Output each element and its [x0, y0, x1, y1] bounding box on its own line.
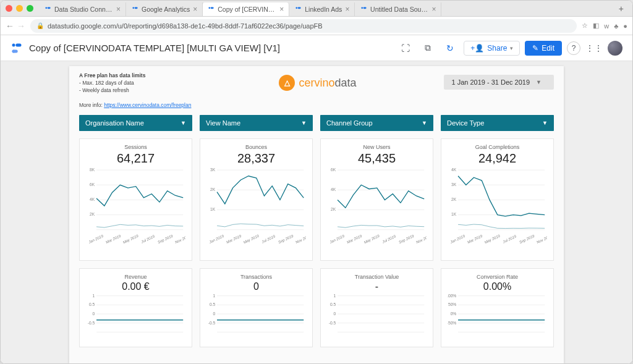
extension-icon[interactable]: ♣ — [614, 22, 618, 30]
svg-text:Jul 2019: Jul 2019 — [260, 234, 276, 244]
svg-text:May 2019: May 2019 — [242, 234, 260, 244]
lock-icon: 🔒 — [36, 22, 44, 29]
trend-chart: 4K3K2K1KJan 2019Mar 2019May 2019Jul 2019… — [448, 166, 547, 243]
share-button[interactable]: +👤 Share ▾ — [464, 41, 520, 56]
svg-text:3K: 3K — [451, 183, 457, 187]
plan-info-link[interactable]: https://www.cervinodata.com/freeplan — [104, 102, 191, 108]
filter-dropdown[interactable]: Organisation Name▼ — [79, 115, 192, 131]
svg-rect-5 — [211, 7, 214, 9]
scorecard[interactable]: Sessions 64,217 8K6K4K2KJan 2019Mar 2019… — [79, 138, 192, 261]
svg-text:-0.5: -0.5 — [88, 321, 95, 325]
svg-text:Jan 2019: Jan 2019 — [449, 234, 465, 243]
close-tab-icon[interactable]: × — [116, 5, 121, 14]
svg-rect-9 — [363, 7, 366, 9]
svg-text:3K: 3K — [210, 167, 216, 172]
svg-rect-13 — [12, 49, 18, 53]
document-title[interactable]: Copy of [CERVINODATA TEMPLATE] [MULTI GA… — [29, 43, 397, 53]
scorecard[interactable]: Bounces 28,337 3K2K1KJan 2019Mar 2019May… — [200, 138, 313, 261]
date-range-picker[interactable]: 1 Jan 2019 - 31 Dec 2019 ▼ — [444, 75, 554, 90]
scorecard[interactable]: Goal Completions 24,942 4K3K2K1KJan 2019… — [441, 138, 554, 261]
browser-tab[interactable]: Copy of [CERVINODATA TEMP…× — [203, 2, 289, 16]
close-tab-icon[interactable]: × — [345, 5, 349, 14]
edit-button[interactable]: ✎ Edit — [525, 41, 562, 56]
svg-text:1K: 1K — [451, 213, 457, 217]
close-window-icon[interactable] — [6, 5, 12, 12]
new-tab-button[interactable]: + — [615, 4, 627, 14]
refresh-button[interactable]: ↻ — [441, 40, 459, 57]
filter-dropdown[interactable]: Channel Group▼ — [320, 115, 433, 131]
brand-part-b: data — [334, 77, 356, 89]
svg-text:Jul 2019: Jul 2019 — [501, 234, 517, 244]
close-tab-icon[interactable]: × — [431, 5, 436, 14]
plan-more: More info: — [79, 102, 103, 108]
tab-label: Copy of [CERVINODATA TEMP… — [218, 6, 276, 13]
tab-label: LinkedIn Ads — [305, 6, 342, 13]
forward-button[interactable]: → — [17, 21, 25, 31]
url-text: datastudio.google.com/u/0/reporting/d698… — [48, 22, 323, 30]
svg-text:0.5: 0.5 — [89, 303, 95, 307]
plan-title: A Free plan has data limits — [79, 72, 145, 78]
svg-text:1: 1 — [334, 294, 336, 298]
metric-label: Transaction Value — [327, 274, 427, 280]
trend-chart: 10.50-0.5 — [327, 292, 427, 336]
scorecard[interactable]: Transaction Value - 10.50-0.5 — [320, 268, 433, 347]
extension-icon[interactable]: ◧ — [593, 22, 599, 30]
svg-text:1K: 1K — [210, 208, 216, 212]
metric-value: 64,217 — [86, 151, 185, 166]
metric-value: 0 — [206, 281, 306, 292]
help-button[interactable]: ? — [567, 41, 580, 55]
fullscreen-button[interactable]: ⛶ — [397, 40, 414, 57]
cervinodata-logo: △ cervinodata — [279, 75, 356, 91]
close-tab-icon[interactable]: × — [193, 5, 197, 14]
svg-text:4K: 4K — [90, 198, 95, 202]
metric-label: Bounces — [206, 144, 306, 150]
plan-line2: - Weekly data refresh — [79, 87, 129, 93]
extension-icon[interactable]: ● — [623, 22, 627, 30]
filter-dropdown[interactable]: Device Type▼ — [441, 115, 554, 131]
share-icon: +👤 — [470, 44, 484, 53]
trend-chart: 100%50%0%-50% — [448, 292, 547, 336]
browser-tab[interactable]: Google Analytics× — [126, 2, 203, 16]
browser-tabs: Data Studio Connect to Data×Google Analy… — [40, 1, 615, 16]
maximize-window-icon[interactable] — [27, 5, 33, 12]
address-bar[interactable]: 🔒 datastudio.google.com/u/0/reporting/d6… — [30, 19, 577, 33]
user-avatar[interactable] — [608, 41, 622, 56]
tab-label: Data Studio Connect to Data — [54, 6, 113, 13]
extension-icon[interactable]: ☆ — [582, 22, 588, 30]
browser-titlebar: Data Studio Connect to Data×Google Analy… — [1, 1, 632, 17]
browser-tab[interactable]: Data Studio Connect to Data× — [40, 2, 126, 16]
svg-text:0%: 0% — [451, 311, 457, 316]
svg-text:Jul 2019: Jul 2019 — [381, 234, 396, 244]
scorecard[interactable]: Revenue 0.00 € 10.50-0.5 — [79, 268, 192, 347]
scorecard[interactable]: New Users 45,435 6K4K2KJan 2019Mar 2019M… — [320, 138, 433, 261]
svg-text:0: 0 — [213, 311, 216, 316]
close-tab-icon[interactable]: × — [279, 5, 284, 14]
apps-grid-icon[interactable]: ⋮⋮ — [585, 40, 603, 57]
scorecard[interactable]: Transactions 0 10.50-0.5 — [200, 268, 313, 347]
edit-label: Edit — [542, 44, 554, 53]
svg-text:Jan 2019: Jan 2019 — [87, 234, 104, 243]
metric-label: Goal Completions — [448, 144, 547, 150]
filter-dropdown[interactable]: View Name▼ — [200, 115, 313, 131]
datastudio-logo-icon[interactable] — [11, 42, 23, 54]
scorecard[interactable]: Conversion Rate 0.00% 100%50%0%-50% — [441, 268, 554, 347]
header-actions: ⛶ ⧉ ↻ +👤 Share ▾ ✎ Edit ? ⋮⋮ — [397, 40, 622, 57]
browser-tab[interactable]: Untitled Data Source× — [355, 2, 441, 16]
minimize-window-icon[interactable] — [16, 5, 23, 12]
tab-label: Untitled Data Source — [370, 6, 428, 13]
browser-tab[interactable]: LinkedIn Ads× — [289, 2, 355, 16]
svg-text:Sep 2019: Sep 2019 — [157, 234, 174, 243]
svg-text:Sep 2019: Sep 2019 — [278, 234, 294, 243]
svg-text:Nov 2019: Nov 2019 — [295, 234, 306, 243]
trend-chart: 3K2K1KJan 2019Mar 2019May 2019Jul 2019Se… — [206, 166, 306, 243]
date-range-label: 1 Jan 2019 - 31 Dec 2019 — [451, 78, 530, 86]
filter-label: Device Type — [447, 119, 484, 127]
trend-chart: 8K6K4K2KJan 2019Mar 2019May 2019Jul 2019… — [86, 166, 185, 243]
back-button[interactable]: ← — [6, 21, 14, 31]
copy-page-button[interactable]: ⧉ — [419, 40, 436, 57]
svg-point-8 — [361, 7, 363, 9]
cervinodata-logo-icon: △ — [279, 75, 295, 91]
svg-text:1: 1 — [213, 294, 216, 298]
report-canvas[interactable]: A Free plan has data limits - Max. 182 d… — [1, 61, 632, 363]
extension-icon[interactable]: w — [604, 22, 609, 30]
